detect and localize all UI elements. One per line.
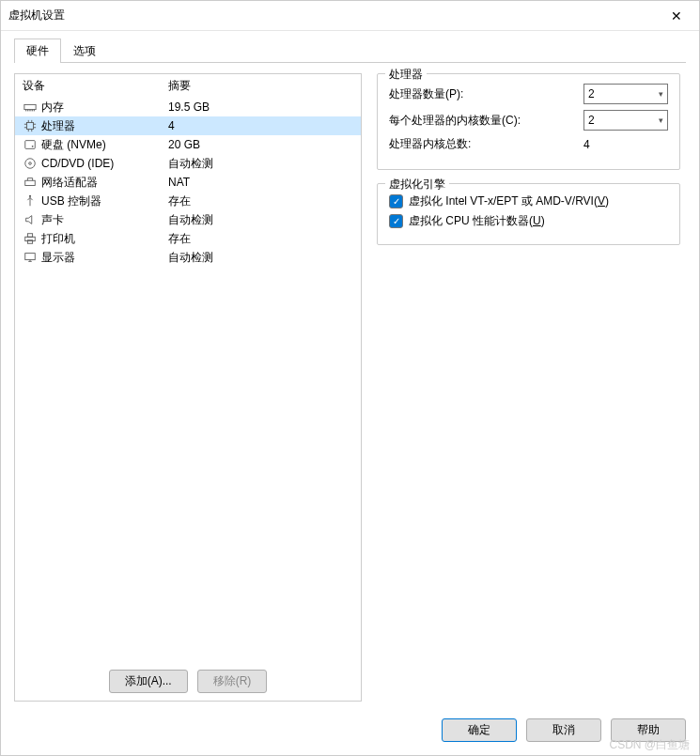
titlebar: 虚拟机设置 ✕: [1, 1, 699, 31]
virt-legend: 虚拟化引擎: [385, 177, 449, 193]
svg-rect-2: [25, 141, 36, 149]
cores-per-select[interactable]: 2 ▾: [583, 110, 668, 131]
device-summary: 自动检测: [168, 156, 353, 172]
device-summary: 4: [168, 119, 353, 132]
add-button[interactable]: 添加(A)...: [109, 670, 188, 693]
vm-settings-dialog: 虚拟机设置 ✕ 硬件 选项 设备 摘要 内存19.5 GB处理器4硬盘 (NVM…: [0, 0, 700, 756]
device-name: USB 控制器: [41, 193, 168, 209]
col-summary-label: 摘要: [168, 78, 353, 94]
device-name: 声卡: [41, 212, 168, 228]
memory-icon: [23, 100, 38, 115]
device-name: 内存: [41, 100, 168, 116]
cpu-icon: [23, 118, 38, 133]
svg-rect-6: [25, 180, 36, 185]
svg-rect-1: [27, 123, 34, 130]
row-vt: ✓ 虚拟化 Intel VT-x/EPT 或 AMD-V/RVI(V): [389, 193, 668, 209]
row-num-processors: 处理器数量(P): 2 ▾: [389, 84, 668, 104]
device-row-net[interactable]: 网络适配器NAT: [15, 173, 361, 192]
svg-point-3: [32, 146, 34, 147]
device-summary: NAT: [168, 176, 353, 189]
device-row-sound[interactable]: 声卡自动检测: [15, 210, 361, 229]
device-name: 硬盘 (NVMe): [41, 137, 168, 153]
device-panel: 设备 摘要 内存19.5 GB处理器4硬盘 (NVMe)20 GBCD/DVD …: [14, 73, 362, 702]
device-row-cd[interactable]: CD/DVD (IDE)自动检测: [15, 154, 361, 173]
svg-point-4: [25, 159, 36, 169]
num-processors-value: 2: [588, 87, 595, 100]
col-device-label: 设备: [23, 78, 168, 94]
svg-point-7: [29, 195, 31, 197]
device-name: 打印机: [41, 231, 168, 247]
chevron-down-icon: ▾: [659, 116, 663, 125]
device-summary: 自动检测: [168, 212, 353, 228]
vt-label[interactable]: 虚拟化 Intel VT-x/EPT 或 AMD-V/RVI(V): [409, 193, 609, 209]
device-list-header: 设备 摘要: [15, 74, 361, 98]
device-name: 显示器: [41, 250, 168, 266]
cd-icon: [23, 156, 38, 171]
device-name: 网络适配器: [41, 175, 168, 191]
num-processors-select[interactable]: 2 ▾: [583, 84, 668, 104]
svg-rect-0: [24, 104, 36, 109]
device-row-printer[interactable]: 打印机存在: [15, 229, 361, 248]
settings-panel: 处理器 处理器数量(P): 2 ▾ 每个处理器的内核数量(C): 2 ▾: [371, 73, 686, 702]
vt-checkbox[interactable]: ✓: [389, 194, 403, 208]
device-row-cpu[interactable]: 处理器4: [15, 116, 361, 135]
device-row-display[interactable]: 显示器自动检测: [15, 248, 361, 267]
sound-icon: [23, 212, 38, 227]
device-summary: 20 GB: [168, 138, 353, 151]
printer-icon: [23, 231, 38, 246]
processor-legend: 处理器: [385, 67, 427, 83]
ok-button[interactable]: 确定: [442, 718, 517, 742]
num-processors-label: 处理器数量(P):: [389, 86, 576, 102]
disk-icon: [23, 137, 38, 152]
counters-checkbox[interactable]: ✓: [389, 214, 403, 228]
total-cores-label: 处理器内核总数:: [389, 136, 576, 152]
svg-point-5: [29, 162, 32, 165]
row-cores-per: 每个处理器的内核数量(C): 2 ▾: [389, 110, 668, 131]
processor-group: 处理器 处理器数量(P): 2 ▾ 每个处理器的内核数量(C): 2 ▾: [377, 73, 680, 170]
display-icon: [23, 250, 38, 265]
device-summary: 19.5 GB: [168, 100, 353, 114]
device-name: CD/DVD (IDE): [41, 157, 168, 170]
device-row-disk[interactable]: 硬盘 (NVMe)20 GB: [15, 135, 361, 154]
cores-per-value: 2: [588, 114, 595, 127]
device-name: 处理器: [41, 118, 168, 134]
total-cores-value: 4: [583, 138, 668, 151]
row-total-cores: 处理器内核总数: 4: [389, 136, 668, 152]
device-summary: 自动检测: [168, 250, 353, 266]
close-icon: ✕: [671, 8, 682, 23]
tab-options[interactable]: 选项: [61, 39, 108, 63]
tabs: 硬件 选项: [1, 31, 699, 63]
device-list[interactable]: 内存19.5 GB处理器4硬盘 (NVMe)20 GBCD/DVD (IDE)自…: [15, 98, 361, 662]
device-summary: 存在: [168, 231, 353, 247]
svg-rect-9: [27, 234, 32, 238]
device-buttons: 添加(A)... 移除(R): [15, 662, 361, 701]
usb-icon: [23, 193, 38, 208]
dialog-footer: 确定 取消 帮助: [1, 709, 699, 755]
cancel-button[interactable]: 取消: [526, 718, 601, 742]
tab-divider: [14, 62, 686, 63]
row-counters: ✓ 虚拟化 CPU 性能计数器(U): [389, 213, 668, 229]
close-button[interactable]: ✕: [661, 1, 692, 31]
cores-per-label: 每个处理器的内核数量(C):: [389, 113, 576, 129]
tab-hardware[interactable]: 硬件: [14, 39, 61, 63]
device-row-memory[interactable]: 内存19.5 GB: [15, 98, 361, 116]
device-row-usb[interactable]: USB 控制器存在: [15, 192, 361, 210]
remove-button[interactable]: 移除(R): [197, 670, 268, 693]
content-area: 设备 摘要 内存19.5 GB处理器4硬盘 (NVMe)20 GBCD/DVD …: [1, 64, 699, 709]
help-button[interactable]: 帮助: [611, 718, 686, 742]
dialog-title: 虚拟机设置: [8, 8, 661, 23]
device-summary: 存在: [168, 193, 353, 209]
chevron-down-icon: ▾: [659, 89, 663, 99]
counters-label[interactable]: 虚拟化 CPU 性能计数器(U): [409, 213, 545, 229]
svg-rect-11: [25, 254, 36, 260]
net-icon: [23, 175, 38, 190]
virtualization-group: 虚拟化引擎 ✓ 虚拟化 Intel VT-x/EPT 或 AMD-V/RVI(V…: [377, 183, 680, 245]
